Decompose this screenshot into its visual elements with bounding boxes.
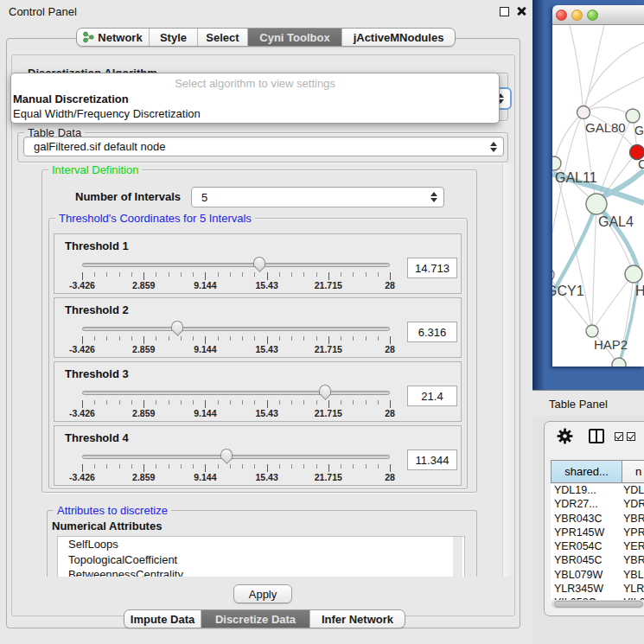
table-row[interactable]: YDR27... YDR2 — [551, 498, 644, 512]
checkbox-column-icon[interactable] — [627, 432, 635, 441]
tab-discretize-data[interactable]: Discretize Data — [201, 610, 310, 628]
number-of-intervals-combo[interactable]: 5 — [191, 187, 444, 207]
table-body[interactable]: YDL19... YDL1 YDR27... YDR2 YBR043C YBR0… — [551, 484, 644, 600]
slider-ticks-major — [82, 400, 391, 408]
node-gal11[interactable] — [552, 156, 561, 170]
combo-stepper-icon — [430, 192, 437, 202]
threshold-value-field[interactable] — [407, 450, 457, 470]
table-row[interactable]: YDL19... YDL1 — [551, 484, 644, 498]
tab-impute-data-label: Impute Data — [131, 613, 194, 626]
zoom-traffic-light-icon[interactable] — [587, 10, 598, 21]
tab-jactivemnodules[interactable]: jActiveMNodules — [342, 29, 455, 46]
table-panel-title: Table Panel — [549, 398, 608, 411]
attribute-list-item[interactable]: TopologicalCoefficient — [58, 552, 464, 568]
slider-tick-labels: -3.4262.8599.14415.4321.71528 — [54, 408, 461, 418]
apply-button[interactable]: Apply — [233, 584, 292, 603]
tab-impute-data[interactable]: Impute Data — [124, 610, 201, 628]
table-hscrollbar-thumb[interactable] — [554, 601, 643, 608]
table-cell-name: YBR0 — [623, 513, 644, 526]
tab-cyni-toolbox[interactable]: Cyni Toolbox — [248, 29, 342, 46]
node-label: C — [638, 156, 644, 171]
network-view-window[interactable]: GAL80 GA C GAL11 GAL4 GCY1 H HAP2 — [552, 5, 644, 367]
slider-thumb[interactable] — [253, 257, 265, 272]
tab-jactivemnodules-label: jActiveMNodules — [354, 31, 444, 44]
tab-style[interactable]: Style — [150, 29, 198, 46]
table-row[interactable]: YBR043C YBR0 — [551, 513, 644, 526]
slider-thumb[interactable] — [220, 449, 233, 464]
popup-item-manual-discretization[interactable]: Manual Discretization — [11, 92, 499, 107]
checkbox-column-icon[interactable] — [615, 432, 623, 441]
tick-label: -3.426 — [69, 280, 95, 290]
tick-label: 15.43 — [255, 344, 277, 354]
numerical-attributes-list[interactable]: SelfLoopsTopologicalCoefficientBetweenne… — [57, 536, 465, 577]
table-cell-shared-name: YPR145W — [551, 526, 623, 540]
main-scrollbar-track[interactable] — [502, 164, 514, 577]
table-row[interactable]: YPR145W YPR1 — [551, 526, 644, 540]
table-row[interactable]: YLR345W YLR3 — [551, 583, 644, 596]
popup-hint-item[interactable]: Select algorithm to view settings — [11, 77, 499, 92]
threshold-value-field[interactable] — [407, 258, 457, 278]
node-label: GAL11 — [555, 170, 597, 185]
bottom-tab-strip: Impute Data Discretize Data Infer Networ… — [124, 609, 405, 628]
slider-ticks-major — [82, 336, 391, 344]
node-gal80[interactable] — [577, 106, 590, 119]
tab-infer-network[interactable]: Infer Network — [310, 610, 405, 628]
float-window-icon[interactable] — [500, 7, 509, 16]
table-cell-name: YLR3 — [623, 583, 644, 596]
top-tab-strip: Network Style Select Cyni Toolbox jActiv… — [76, 28, 456, 47]
slider-track[interactable] — [82, 263, 390, 267]
tick-label: 28 — [385, 408, 395, 418]
tick-label: 2.859 — [132, 280, 155, 290]
node-gal3[interactable] — [626, 109, 640, 123]
node-label: GAL4 — [598, 214, 634, 229]
table-cell-shared-name: YBR043C — [551, 513, 623, 526]
application-window: Control Panel Network Style Select Cyni … — [0, 0, 644, 644]
table-cell-name: YDR2 — [623, 498, 644, 512]
tick-label: 28 — [385, 472, 395, 482]
popup-item-equal-width-frequency[interactable]: Equal Width/Frequency Discretization — [11, 107, 499, 122]
node-gcy1[interactable] — [552, 268, 554, 282]
tick-label: 2.859 — [132, 408, 155, 418]
threshold-panel: Threshold 3 -3.4262.8599.14415.4321.7152… — [54, 361, 462, 422]
slider-thumb[interactable] — [319, 385, 331, 400]
split-columns-icon[interactable] — [589, 429, 604, 443]
gear-icon[interactable] — [556, 427, 574, 445]
table-row[interactable]: YBR045C YBR0 — [551, 554, 644, 568]
threshold-value-field[interactable] — [407, 322, 457, 342]
tab-select[interactable]: Select — [198, 29, 248, 46]
close-icon[interactable] — [516, 6, 526, 16]
node-bottom[interactable] — [612, 358, 626, 367]
network-canvas[interactable]: GAL80 GA C GAL11 GAL4 GCY1 H HAP2 — [552, 25, 644, 367]
minimize-traffic-light-icon[interactable] — [571, 10, 583, 21]
node-label: GA — [634, 124, 644, 137]
table-data-combo[interactable]: galFiltered.sif default node — [23, 137, 504, 156]
tab-discretize-data-label: Discretize Data — [215, 613, 296, 626]
column-header-shared-name[interactable]: shared... — [551, 460, 622, 483]
threshold-value-field[interactable] — [407, 386, 457, 406]
attribute-list-item[interactable]: SelfLoops — [58, 537, 464, 552]
table-cell-shared-name: YBR045C — [551, 554, 623, 568]
table-row[interactable]: YER054C YER0 — [551, 540, 644, 554]
slider-track[interactable] — [82, 327, 390, 331]
tab-infer-network-label: Infer Network — [322, 613, 393, 626]
close-traffic-light-icon[interactable] — [556, 10, 567, 21]
node-label: HAP2 — [594, 337, 628, 352]
threshold-label: Threshold 3 — [65, 367, 129, 380]
tab-network-label: Network — [98, 31, 142, 44]
column-header-name[interactable]: n — [622, 460, 644, 483]
slider-track[interactable] — [82, 455, 390, 459]
table-row[interactable]: YBL079W YBL0 — [551, 569, 644, 583]
tick-label: 21.715 — [315, 280, 342, 290]
node-gal4[interactable] — [586, 194, 607, 214]
attribute-list-item[interactable]: BetweennessCentrality — [58, 567, 464, 577]
attributes-scrollbar-track[interactable] — [453, 537, 462, 577]
slider-track[interactable] — [82, 391, 390, 395]
tab-network[interactable]: Network — [77, 29, 150, 46]
node-hap2[interactable] — [586, 325, 598, 337]
node-h[interactable] — [625, 265, 642, 283]
node-label: GCY1 — [552, 284, 584, 298]
network-window-titlebar[interactable] — [552, 5, 644, 25]
tick-label: 28 — [385, 344, 395, 354]
slider-thumb[interactable] — [171, 321, 183, 336]
tick-label: 9.144 — [194, 408, 216, 418]
